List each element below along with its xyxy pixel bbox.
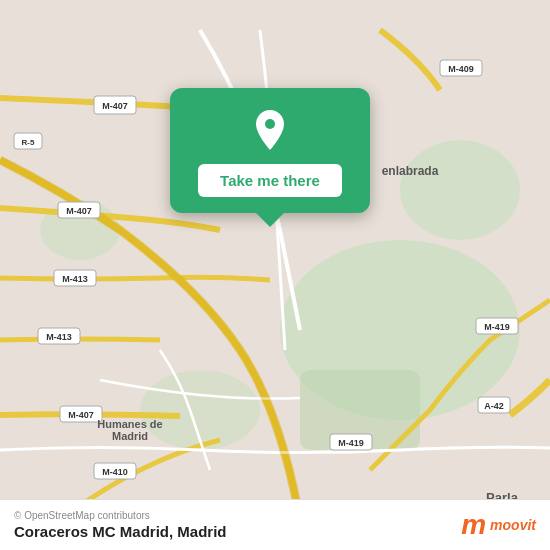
svg-text:R-5: R-5 <box>22 138 35 147</box>
svg-text:M-407: M-407 <box>66 206 92 216</box>
location-pin-icon <box>246 106 294 154</box>
svg-text:enlabrada: enlabrada <box>382 164 439 178</box>
take-me-there-button[interactable]: Take me there <box>198 164 342 197</box>
svg-text:A-42: A-42 <box>484 401 504 411</box>
svg-text:M-413: M-413 <box>62 274 88 284</box>
svg-text:M-407: M-407 <box>68 410 94 420</box>
moovit-brand-text: moovit <box>490 517 536 533</box>
bottom-left-info: © OpenStreetMap contributors Coraceros M… <box>14 510 227 540</box>
svg-text:M-410: M-410 <box>102 467 128 477</box>
svg-text:M-419: M-419 <box>338 438 364 448</box>
moovit-logo: m moovit <box>461 511 536 539</box>
svg-text:M-407: M-407 <box>102 101 128 111</box>
moovit-m-icon: m <box>461 511 486 539</box>
svg-text:M-419: M-419 <box>484 322 510 332</box>
svg-text:Humanes de: Humanes de <box>97 418 162 430</box>
osm-credit: © OpenStreetMap contributors <box>14 510 227 521</box>
svg-point-1 <box>400 140 520 240</box>
map-container: M-407 R-5 M-407 M-413 M-413 M-407 M-410 … <box>0 0 550 550</box>
popup-card: Take me there <box>170 88 370 213</box>
svg-point-31 <box>265 119 275 129</box>
svg-text:M-413: M-413 <box>46 332 72 342</box>
svg-text:Madrid: Madrid <box>112 430 148 442</box>
location-name: Coraceros MC Madrid, Madrid <box>14 523 227 540</box>
map-svg: M-407 R-5 M-407 M-413 M-413 M-407 M-410 … <box>0 0 550 550</box>
bottom-bar: © OpenStreetMap contributors Coraceros M… <box>0 499 550 550</box>
svg-text:M-409: M-409 <box>448 64 474 74</box>
